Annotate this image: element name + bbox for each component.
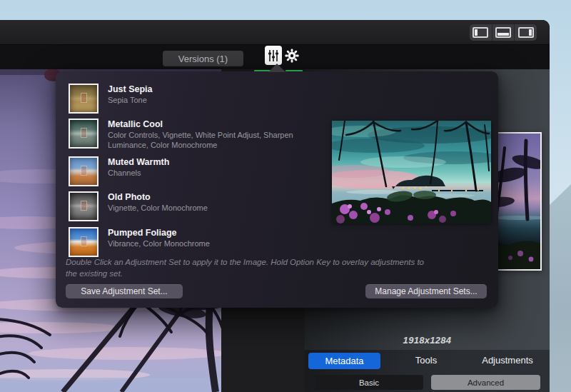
panel-bottom-icon xyxy=(495,27,511,38)
image-dimensions-label: 1918x1284 xyxy=(305,335,550,346)
basic-button[interactable]: Basic xyxy=(315,375,423,390)
preset-title: Old Photo xyxy=(108,192,208,203)
preset-thumbnail xyxy=(69,119,98,149)
adjustment-set-item[interactable]: Muted Warmth Channels xyxy=(69,156,340,186)
adjustment-set-item[interactable]: Metallic Cool Color Controls, Vignette, … xyxy=(69,119,340,150)
preset-description: Color Controls, Vignette, White Point Ad… xyxy=(108,131,293,150)
tab-tools[interactable]: Tools xyxy=(387,355,465,366)
preset-description: Sepia Tone xyxy=(108,96,153,106)
popover-arrow xyxy=(268,64,286,72)
preset-thumbnail xyxy=(69,227,98,257)
screen: { "colors": { "accent_blue": "#1566d8", … xyxy=(0,0,571,392)
save-adjustment-set-button[interactable]: Save Adjustment Set... xyxy=(66,284,183,298)
tab-metadata[interactable]: Metadata xyxy=(308,353,380,369)
titlebar xyxy=(0,20,550,45)
layout-segmented-control xyxy=(470,24,537,41)
app-window: Versions (1) xyxy=(0,20,550,392)
toggle-bottom-panel-button[interactable] xyxy=(492,24,515,41)
preset-description: Vignette, Color Monochrome xyxy=(108,203,208,213)
settings-button[interactable] xyxy=(285,49,299,63)
preset-thumbnail xyxy=(69,84,98,114)
preset-title: Just Sepia xyxy=(108,84,153,95)
preset-title: Metallic Cool xyxy=(108,119,293,130)
adjustment-sets-popover: Just Sepia Sepia Tone Metallic Cool Colo… xyxy=(56,71,498,308)
adjustment-set-item[interactable]: Just Sepia Sepia Tone xyxy=(69,84,340,114)
advanced-button[interactable]: Advanced xyxy=(431,375,540,390)
preset-thumbnail xyxy=(69,156,98,186)
preset-thumbnail xyxy=(69,191,98,221)
preset-preview-image xyxy=(332,121,491,223)
preset-title: Pumped Foliage xyxy=(108,228,210,238)
toggle-left-panel-button[interactable] xyxy=(470,24,492,41)
adjustment-set-item[interactable]: Pumped Foliage Vibrance, Color Monochrom… xyxy=(69,227,340,257)
panel-left-icon xyxy=(473,27,488,38)
gear-icon xyxy=(285,49,299,63)
wallpaper-mountain xyxy=(550,184,571,392)
preset-title: Muted Warmth xyxy=(108,157,169,168)
preset-description: Vibrance, Color Monochrome xyxy=(108,239,210,249)
manage-adjustment-sets-button[interactable]: Manage Adjustment Sets... xyxy=(365,284,487,298)
panel-right-icon xyxy=(518,27,534,38)
adjustment-set-item[interactable]: Old Photo Vignette, Color Monochrome xyxy=(69,191,340,221)
versions-button[interactable]: Versions (1) xyxy=(163,51,243,66)
preset-description: Channels xyxy=(108,169,169,179)
sliders-icon xyxy=(268,49,279,62)
popover-hint-text: Double Click an Adjustment Set to apply … xyxy=(66,256,465,279)
tab-adjustments[interactable]: Adjustments xyxy=(468,355,547,366)
adjustment-sets-button[interactable] xyxy=(265,46,282,65)
toggle-right-panel-button[interactable] xyxy=(515,24,537,41)
